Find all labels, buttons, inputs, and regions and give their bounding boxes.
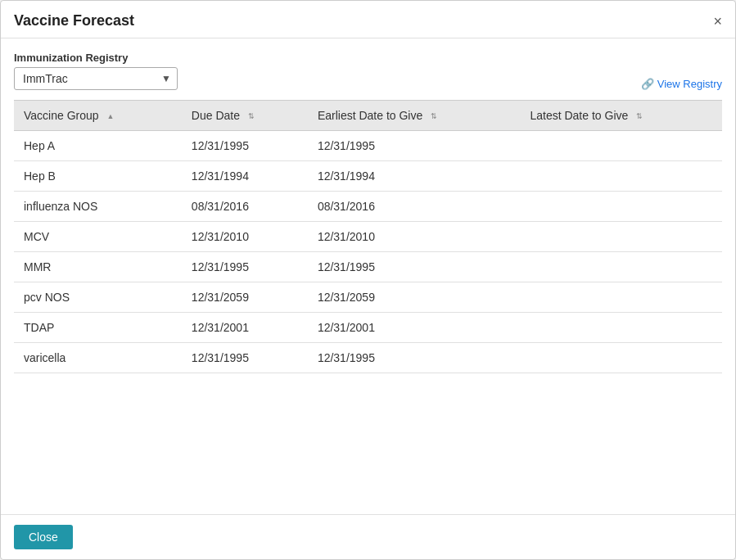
cell-latest-date: [520, 282, 722, 313]
col-earliest-date[interactable]: Earliest Date to Give ⇅: [308, 101, 521, 131]
cell-earliest-date: 12/31/1995: [308, 131, 521, 161]
close-button[interactable]: Close: [14, 525, 73, 549]
cell-vaccine-group: MMR: [14, 252, 182, 282]
sort-icon: ⇅: [431, 113, 437, 120]
table-row: varicella12/31/199512/31/1995: [14, 343, 722, 373]
cell-vaccine-group: Hep B: [14, 161, 182, 192]
table-row: influenza NOS08/31/201608/31/2016: [14, 192, 722, 222]
cell-earliest-date: 12/31/1995: [308, 343, 521, 373]
cell-latest-date: [520, 252, 722, 282]
cell-due-date: 12/31/1995: [182, 252, 308, 282]
cell-due-date: 12/31/2059: [182, 282, 308, 313]
cell-due-date: 12/31/1994: [182, 161, 308, 192]
table-row: Hep A12/31/199512/31/1995: [14, 131, 722, 161]
table-row: MCV12/31/201012/31/2010: [14, 222, 722, 252]
cell-vaccine-group: influenza NOS: [14, 192, 182, 222]
external-link-icon: 🔗: [641, 78, 654, 90]
cell-earliest-date: 12/31/2059: [308, 282, 521, 313]
cell-vaccine-group: MCV: [14, 222, 182, 252]
cell-earliest-date: 12/31/1994: [308, 161, 521, 192]
registry-select[interactable]: ImmTrac: [14, 67, 178, 90]
table-row: MMR12/31/199512/31/1995: [14, 252, 722, 282]
modal-body: Immunization Registry ImmTrac ▼ 🔗 View R…: [1, 38, 735, 514]
registry-label: Immunization Registry: [14, 52, 178, 64]
cell-vaccine-group: pcv NOS: [14, 282, 182, 313]
cell-latest-date: [520, 222, 722, 252]
cell-latest-date: [520, 192, 722, 222]
modal-title: Vaccine Forecast: [14, 12, 134, 29]
col-vaccine-group[interactable]: Vaccine Group ▲: [14, 101, 182, 131]
table-header-row: Vaccine Group ▲ Due Date ⇅ Earliest Date…: [14, 101, 722, 131]
table-row: TDAP12/31/200112/31/2001: [14, 313, 722, 343]
cell-earliest-date: 12/31/1995: [308, 252, 521, 282]
cell-vaccine-group: TDAP: [14, 313, 182, 343]
cell-due-date: 12/31/2010: [182, 222, 308, 252]
registry-select-wrapper: ImmTrac ▼: [14, 67, 178, 90]
sort-icon: ⇅: [248, 113, 255, 120]
sort-icon: ▲: [106, 113, 114, 120]
cell-due-date: 12/31/1995: [182, 343, 308, 373]
cell-earliest-date: 12/31/2010: [308, 222, 521, 252]
cell-latest-date: [520, 313, 722, 343]
cell-due-date: 08/31/2016: [182, 192, 308, 222]
view-registry-label: View Registry: [657, 78, 722, 90]
registry-select-group: Immunization Registry ImmTrac ▼: [14, 52, 178, 90]
cell-earliest-date: 08/31/2016: [308, 192, 521, 222]
table-row: Hep B12/31/199412/31/1994: [14, 161, 722, 192]
col-due-date[interactable]: Due Date ⇅: [182, 101, 308, 131]
modal-close-button[interactable]: ×: [713, 14, 722, 29]
cell-vaccine-group: Hep A: [14, 131, 182, 161]
col-latest-date[interactable]: Latest Date to Give ⇅: [520, 101, 722, 131]
cell-latest-date: [520, 131, 722, 161]
modal-header: Vaccine Forecast ×: [1, 1, 735, 38]
modal-footer: Close: [1, 514, 735, 559]
cell-due-date: 12/31/1995: [182, 131, 308, 161]
cell-latest-date: [520, 161, 722, 192]
cell-earliest-date: 12/31/2001: [308, 313, 521, 343]
cell-latest-date: [520, 343, 722, 373]
vaccine-forecast-table: Vaccine Group ▲ Due Date ⇅ Earliest Date…: [14, 100, 722, 373]
cell-due-date: 12/31/2001: [182, 313, 308, 343]
cell-vaccine-group: varicella: [14, 343, 182, 373]
view-registry-link[interactable]: 🔗 View Registry: [641, 78, 722, 90]
table-row: pcv NOS12/31/205912/31/2059: [14, 282, 722, 313]
registry-row: Immunization Registry ImmTrac ▼ 🔗 View R…: [14, 52, 722, 90]
vaccine-forecast-modal: Vaccine Forecast × Immunization Registry…: [0, 0, 736, 560]
sort-icon: ⇅: [636, 113, 643, 120]
